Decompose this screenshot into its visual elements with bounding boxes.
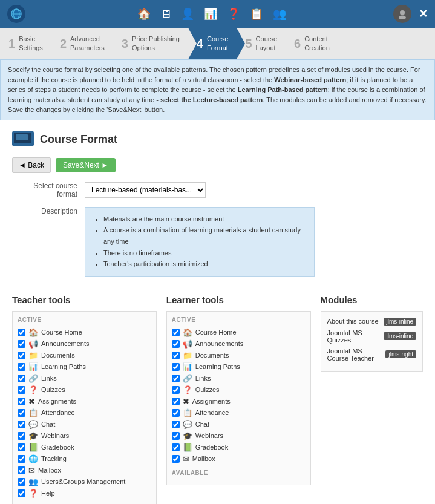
close-button[interactable]: ✕ — [419, 7, 428, 21]
back-button[interactable]: ◄ Back — [12, 157, 51, 173]
list-item: 💬Chat — [18, 419, 151, 430]
teacher-learning-paths-check[interactable] — [18, 363, 25, 371]
list-item: ✉Mailbox — [18, 465, 151, 476]
description-content: Materials are the main course instrument… — [85, 207, 315, 277]
desc-item-2: A course is a combination of learning ma… — [103, 224, 306, 247]
save-next-button[interactable]: Save&Next ► — [56, 158, 116, 172]
svg-rect-7 — [16, 134, 28, 140]
step-1[interactable]: 1 BasicSettings — [0, 28, 51, 59]
list-item: ✖Assignments — [18, 396, 151, 407]
list-item: 🔗Links — [172, 373, 306, 384]
learner-documents-check[interactable] — [172, 352, 180, 359]
button-row: ◄ Back Save&Next ► — [12, 157, 423, 173]
teacher-users-check[interactable] — [18, 478, 25, 486]
format-row: Select course format Lecture-based (mate… — [12, 182, 423, 198]
teacher-course-home-check[interactable] — [18, 329, 25, 336]
modules-box: About this course jlms-inline JoomlaLMSQ… — [321, 311, 423, 372]
list-item: 📊Learning Paths — [172, 361, 306, 373]
modules-title: Modules — [321, 295, 423, 305]
list-item: 📊Learning Paths — [18, 361, 151, 373]
module-2-badge[interactable]: jlms-inline — [384, 332, 416, 340]
step-6-number: 6 — [294, 38, 301, 50]
list-item: ❓Quizzes — [18, 384, 151, 396]
description-label: Description — [12, 207, 85, 277]
home-icon[interactable]: 🏠 — [137, 7, 151, 21]
teacher-chat-check[interactable] — [18, 421, 25, 428]
teacher-tools-box: ACTIVE 🏠Course Home 📢Announcements 📁Docu… — [12, 311, 157, 504]
tools-row: Teacher tools ACTIVE 🏠Course Home 📢Annou… — [12, 289, 423, 504]
chart-icon[interactable]: 📊 — [204, 7, 217, 21]
document-icon[interactable]: 📋 — [250, 7, 263, 21]
group-icon[interactable]: 👥 — [273, 7, 286, 21]
learner-gradebook-check[interactable] — [172, 443, 180, 451]
learner-mailbox-check[interactable] — [172, 455, 180, 463]
step-4-number: 4 — [197, 38, 203, 50]
learner-quizzes-check[interactable] — [172, 386, 180, 394]
module-row-3: JoomlaLMSCourse Teacher jlms-right — [327, 347, 416, 362]
list-item: 💬Chat — [172, 419, 306, 430]
desc-item-1: Materials are the main course instrument — [103, 214, 306, 225]
step-4[interactable]: 4 CourseFormat — [188, 28, 237, 59]
section-title: Course Format — [40, 133, 117, 146]
step-3-number: 3 — [122, 38, 128, 50]
teacher-tools-column: Teacher tools ACTIVE 🏠Course Home 📢Annou… — [12, 295, 157, 504]
list-item: 🏠Course Home — [18, 327, 151, 338]
teacher-assignments-check[interactable] — [18, 398, 25, 405]
avatar[interactable] — [393, 5, 411, 23]
teacher-gradebook-check[interactable] — [18, 443, 25, 451]
teacher-links-check[interactable] — [18, 375, 25, 382]
teacher-announcements-check[interactable] — [18, 340, 25, 348]
teacher-mailbox-check[interactable] — [18, 466, 25, 474]
teacher-quizzes-check[interactable] — [18, 386, 25, 394]
step-5-label: CourseLayout — [256, 34, 277, 52]
module-2-name: JoomlaLMSQuizzes — [327, 329, 362, 344]
format-select[interactable]: Lecture-based (materials-bas... Webinar-… — [85, 182, 206, 198]
learner-announcements-check[interactable] — [172, 340, 180, 348]
list-item: 🔗Links — [18, 373, 151, 384]
learner-tools-column: Learner tools ACTIVE 🏠Course Home 📢Annou… — [166, 295, 311, 504]
teacher-webinars-check[interactable] — [18, 432, 25, 440]
logo[interactable] — [7, 5, 25, 23]
list-item: 📗Gradebook — [172, 442, 306, 453]
module-row-2: JoomlaLMSQuizzes jlms-inline — [327, 329, 416, 344]
teacher-tools-title: Teacher tools — [12, 295, 157, 305]
step-5-number: 5 — [245, 38, 252, 50]
section-header: Course Format — [12, 130, 423, 149]
teacher-attendance-check[interactable] — [18, 409, 25, 417]
learner-links-check[interactable] — [172, 375, 180, 382]
teacher-active-label: ACTIVE — [18, 316, 151, 323]
learner-attendance-check[interactable] — [172, 409, 180, 417]
screen-icon[interactable]: 🖥 — [160, 8, 171, 21]
step-2-label: AdvancedParameters — [70, 34, 105, 52]
module-1-badge[interactable]: jlms-inline — [384, 318, 416, 326]
learner-course-home-check[interactable] — [172, 329, 180, 336]
description-row: Description Materials are the main cours… — [12, 207, 423, 277]
learner-webinars-check[interactable] — [172, 432, 180, 440]
teacher-tracking-check[interactable] — [18, 455, 25, 463]
module-3-badge[interactable]: jlms-right — [385, 350, 416, 358]
main-content: Course Format ◄ Back Save&Next ► Select … — [0, 120, 435, 505]
list-item: 🌐Tracking — [18, 453, 151, 465]
learner-chat-check[interactable] — [172, 421, 180, 428]
learner-assignments-check[interactable] — [172, 398, 180, 405]
list-item: ✉Mailbox — [172, 453, 306, 465]
list-item: 🎓Webinars — [18, 430, 151, 442]
step-6[interactable]: 6 ContentCreation — [286, 28, 338, 59]
svg-point-4 — [399, 16, 406, 20]
format-label: Select course format — [12, 182, 85, 198]
info-box: Specify the course format by selecting o… — [0, 59, 435, 120]
step-2[interactable]: 2 AdvancedParameters — [51, 28, 113, 59]
course-format-icon — [12, 130, 34, 149]
list-item: 👥Users&Groups Management — [18, 476, 151, 488]
module-1-name: About this course — [327, 318, 379, 325]
teacher-documents-check[interactable] — [18, 352, 25, 359]
users-icon[interactable]: 👤 — [181, 7, 194, 21]
learner-learning-paths-check[interactable] — [172, 363, 180, 371]
list-item: ❓Quizzes — [172, 384, 306, 396]
svg-point-3 — [400, 10, 405, 15]
help-icon[interactable]: ❓ — [227, 7, 240, 21]
list-item: 📢Announcements — [18, 338, 151, 350]
nav-right: ✕ — [393, 5, 428, 23]
step-3[interactable]: 3 Price PublishingOptions — [113, 28, 188, 59]
teacher-help-check[interactable] — [18, 489, 25, 497]
